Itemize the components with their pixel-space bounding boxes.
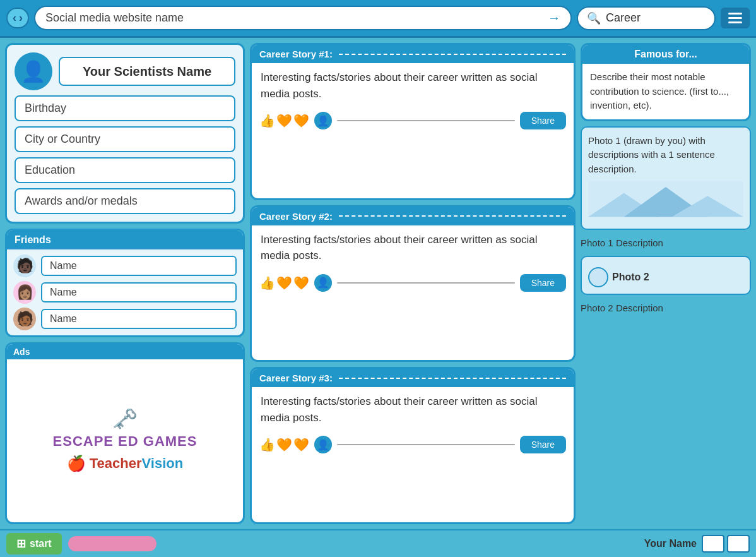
start-button[interactable]: ⊞ start: [6, 533, 62, 554]
fire-icon-3: 🧡: [293, 437, 309, 452]
story-body-3[interactable]: Interesting facts/stories about their ca…: [252, 387, 574, 432]
story-body-2[interactable]: Interesting facts/stories about their ca…: [252, 225, 574, 270]
story-header-3: Career Story #3:: [252, 369, 574, 387]
friends-header: Friends: [7, 231, 243, 249]
teacher-vision-logo: 🍎 TeacherVision: [67, 455, 183, 472]
city-field[interactable]: City or Country: [15, 126, 235, 152]
photo2-label: Photo 2: [588, 267, 743, 287]
bottom-box-1[interactable]: [702, 535, 724, 553]
fire-icon: 🧡: [293, 113, 309, 128]
story-body-1[interactable]: Interesting facts/stories about their ca…: [252, 63, 574, 108]
ads-header: Ads: [7, 344, 243, 359]
friend-item-3: 🧑🏾 Name: [13, 308, 237, 330]
mountain-scene: [588, 180, 743, 218]
user-icon: 👤: [21, 59, 46, 83]
key-icon: 🗝️: [112, 407, 138, 431]
photo2-circle: [588, 267, 608, 287]
address-text: Social media website name: [45, 11, 184, 25]
story-card-1: Career Story #1: Interesting facts/stori…: [250, 43, 576, 200]
commenter-icon-2: 👤: [317, 277, 329, 289]
escape-ed-text: ESCAPE ED GAMES: [53, 433, 198, 450]
reaction-icons-2[interactable]: 👍 🧡 🧡: [259, 275, 309, 290]
menu-line-1: [728, 13, 742, 15]
friends-list: 🧑🏿 Name 👩🏽 Name 🧑🏾 Name: [7, 249, 243, 335]
share-btn-2[interactable]: Share: [520, 274, 566, 292]
friend-name-3[interactable]: Name: [41, 309, 237, 329]
bottom-right: Your Name: [644, 535, 750, 553]
fire-icon-2: 🧡: [293, 275, 309, 290]
search-icon: 🔍: [587, 11, 601, 25]
share-btn-3[interactable]: Share: [520, 436, 566, 453]
story-dashes-2: [339, 215, 566, 217]
awards-field[interactable]: Awards and/or medals: [15, 188, 235, 214]
apple-icon: 🍎: [67, 455, 86, 472]
back-arrow[interactable]: ‹: [13, 11, 16, 25]
story-dashes-3: [339, 378, 566, 379]
story-footer-2: 👍 🧡 🧡 👤 Share: [252, 270, 574, 296]
photo1-description[interactable]: Photo 1 Description: [581, 235, 751, 251]
photo2-description[interactable]: Photo 2 Description: [581, 300, 751, 316]
windows-icon: ⊞: [16, 537, 26, 551]
heart-icon-2: 🧡: [276, 275, 292, 290]
famous-body[interactable]: Describe their most notable contribution…: [582, 64, 749, 119]
taskbar-pill: [68, 536, 157, 551]
left-column: 👤 Your Scientists Name Birthday City or …: [5, 43, 245, 524]
your-name-label: Your Name: [644, 538, 697, 549]
ads-section: Ads 🗝️ ESCAPE ED GAMES 🍎 TeacherVision: [5, 342, 245, 524]
search-text: Career: [606, 11, 641, 25]
commenter-avatar-1: 👤: [314, 112, 332, 129]
menu-line-2: [728, 17, 742, 19]
reaction-icons-1[interactable]: 👍 🧡 🧡: [259, 113, 309, 128]
education-field[interactable]: Education: [15, 157, 235, 183]
share-btn-1[interactable]: Share: [520, 112, 566, 129]
center-column: Career Story #1: Interesting facts/stori…: [250, 43, 576, 524]
teacher-vision-text: TeacherVision: [90, 455, 183, 472]
friend-item-2: 👩🏽 Name: [13, 281, 237, 304]
story-footer-3: 👍 🧡 🧡 👤 Share: [252, 432, 574, 457]
like-icon-2: 👍: [259, 275, 275, 290]
story-title-2: Career Story #2:: [259, 211, 333, 222]
famous-box: Famous for... Describe their most notabl…: [581, 43, 751, 121]
reaction-icons-3[interactable]: 👍 🧡 🧡: [259, 437, 309, 452]
heart-icon: 🧡: [276, 113, 292, 128]
forward-arrow[interactable]: ›: [19, 11, 23, 25]
story-card-3: Career Story #3: Interesting facts/stori…: [250, 367, 576, 524]
friend-name-1[interactable]: Name: [41, 256, 237, 276]
top-bar: ‹ › Social media website name → 🔍 Career: [0, 0, 756, 38]
go-arrow[interactable]: →: [548, 11, 560, 25]
friend-avatar-3: 🧑🏾: [13, 308, 36, 330]
friend-avatar-1: 🧑🏿: [13, 255, 36, 277]
bottom-box-2[interactable]: [727, 535, 750, 553]
friends-section: Friends 🧑🏿 Name 👩🏽 Name 🧑🏾 Name: [5, 229, 245, 337]
friend-name-2[interactable]: Name: [41, 282, 237, 302]
nav-arrows[interactable]: ‹ ›: [6, 8, 29, 28]
photo2-section: Photo 2: [581, 256, 751, 295]
commenter-avatar-3: 👤: [314, 436, 332, 453]
menu-button[interactable]: [721, 8, 750, 28]
like-icon-3: 👍: [259, 437, 275, 452]
famous-header: Famous for...: [582, 45, 749, 64]
profile-top: 👤 Your Scientists Name: [15, 52, 235, 90]
right-column: Famous for... Describe their most notabl…: [581, 43, 751, 524]
photo1-section: Photo 1 (drawn by you) with descriptions…: [581, 126, 751, 230]
scientist-name[interactable]: Your Scientists Name: [59, 57, 235, 86]
photo1-label: Photo 1 (drawn by you) with descriptions…: [588, 134, 743, 177]
commenter-icon-1: 👤: [317, 115, 329, 127]
bottom-boxes: [702, 535, 750, 553]
story-title-1: Career Story #1:: [259, 49, 333, 59]
birthday-field[interactable]: Birthday: [15, 95, 235, 121]
comment-line-3: [337, 444, 515, 445]
like-icon: 👍: [259, 113, 275, 128]
search-bar[interactable]: 🔍 Career: [577, 6, 716, 30]
comment-line-2: [337, 282, 515, 284]
story-footer-1: 👍 🧡 🧡 👤 Share: [252, 108, 574, 133]
ads-content: 🗝️ ESCAPE ED GAMES 🍎 TeacherVision: [7, 359, 243, 520]
story-card-2: Career Story #2: Interesting facts/stori…: [250, 205, 576, 362]
start-label: start: [30, 538, 52, 549]
story-dashes-1: [339, 54, 566, 55]
heart-icon-3: 🧡: [276, 437, 292, 452]
address-bar[interactable]: Social media website name →: [34, 6, 572, 30]
story-header-1: Career Story #1:: [252, 45, 574, 63]
profile-card: 👤 Your Scientists Name Birthday City or …: [5, 43, 245, 224]
commenter-avatar-2: 👤: [314, 274, 332, 292]
